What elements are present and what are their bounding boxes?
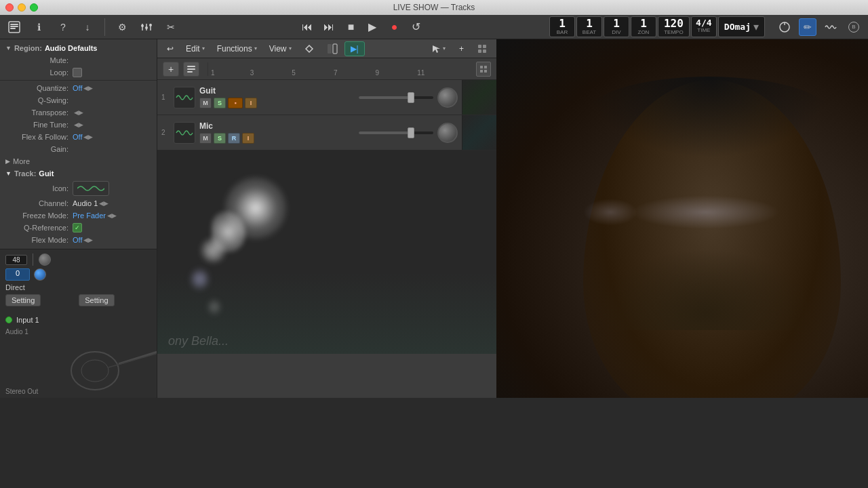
svg-rect-18: [333, 44, 337, 54]
channel-arrow-icon: ◀▶: [99, 200, 108, 207]
track-2-fader-thumb[interactable]: [408, 127, 414, 138]
pencil-icon[interactable]: ✏: [799, 18, 816, 36]
info-icon[interactable]: ℹ: [30, 18, 47, 36]
setting-button-2[interactable]: Setting: [79, 294, 114, 306]
cursor-tool-btn[interactable]: ▾: [426, 42, 451, 56]
div-display[interactable]: 1 DIV: [604, 16, 629, 37]
grid-settings-btn[interactable]: [476, 62, 491, 77]
ruler-mark-9: 9: [376, 69, 380, 76]
svg-line-14: [119, 344, 157, 364]
settings-icon[interactable]: ⚙: [113, 18, 131, 36]
view-menu[interactable]: View ▾: [264, 42, 297, 56]
link-mode-btn[interactable]: [298, 41, 320, 56]
export-icon[interactable]: ↓: [79, 18, 96, 36]
key-display[interactable]: DOmaj ▾: [718, 16, 765, 37]
flex-follow-row: Flex & Follow: Off ◀▶: [0, 131, 157, 143]
icon-label: Icon:: [11, 184, 68, 192]
track-2-controls: 2 Mic M S R I: [157, 115, 462, 150]
svg-point-12: [71, 352, 119, 390]
time-sig-display[interactable]: 4/4 TIME: [691, 16, 717, 37]
track-2-solo-btn[interactable]: S: [214, 133, 226, 144]
loop-checkbox[interactable]: [73, 68, 82, 77]
track-1-fader-thumb[interactable]: [408, 92, 414, 103]
pan-knob[interactable]: [34, 268, 46, 281]
ruler-mark-3: 3: [250, 69, 254, 76]
close-button[interactable]: [5, 3, 14, 12]
track-2-mute-btn[interactable]: M: [199, 133, 212, 144]
track-1-color-btn[interactable]: ▪: [228, 98, 243, 108]
bar-display[interactable]: 1 BAR: [549, 16, 575, 37]
ruler-mark-1: 1: [211, 69, 215, 76]
minimize-button[interactable]: [18, 3, 26, 12]
freeze-arrow-icon: ◀▶: [107, 212, 117, 219]
track-1-solo-btn[interactable]: S: [214, 98, 226, 108]
track-2-wave-icon[interactable]: [174, 122, 195, 144]
left-panel: ▼ Region: Audio Defaults Mute: Loop: Qua…: [0, 39, 157, 398]
track-1-knob[interactable]: [437, 87, 458, 108]
more-row[interactable]: ▶ More: [0, 155, 157, 167]
stop-button[interactable]: ■: [341, 18, 360, 37]
transpose-row: Transpose: ◀▶: [0, 106, 157, 119]
flexmode-value[interactable]: Off: [73, 236, 82, 244]
gain-label: Gain:: [11, 145, 68, 153]
svg-rect-25: [187, 71, 193, 73]
cycle-button[interactable]: ↺: [406, 18, 425, 37]
snap-btn[interactable]: [321, 41, 343, 56]
project-icon[interactable]: [5, 18, 23, 36]
flexmode-arrow-icon: ◀▶: [83, 237, 93, 243]
user-icon[interactable]: B: [845, 18, 863, 36]
track-1-wave-icon[interactable]: [174, 87, 195, 108]
qref-checkbox[interactable]: ✓: [73, 223, 82, 232]
quantize-value[interactable]: Off: [73, 84, 82, 92]
view-label: View: [269, 44, 287, 54]
track-options-button[interactable]: [183, 62, 199, 77]
channel-value[interactable]: Audio 1: [73, 199, 98, 207]
functions-menu[interactable]: Functions ▾: [212, 42, 262, 56]
region-section-header[interactable]: ▼ Region: Audio Defaults: [0, 42, 157, 54]
grid-btn[interactable]: [472, 42, 492, 56]
quantize-arrow-icon: ◀▶: [83, 85, 93, 92]
click-icon[interactable]: [776, 18, 793, 36]
track-1-buttons: M S ▪ I: [199, 98, 355, 108]
waveform-icon[interactable]: [822, 18, 840, 36]
zon-display[interactable]: 1 ZON: [631, 16, 656, 37]
track-1-input-btn[interactable]: I: [245, 98, 257, 108]
channel-knob[interactable]: [39, 253, 51, 266]
menu-right: ▾ +: [426, 42, 492, 56]
track-icon-display[interactable]: [73, 181, 109, 196]
fader-value[interactable]: 0: [5, 268, 30, 281]
freeze-value[interactable]: Pre Fader: [73, 211, 106, 220]
help-icon[interactable]: ?: [54, 18, 72, 36]
svg-point-13: [81, 360, 108, 382]
track-1-mute-btn[interactable]: M: [199, 98, 212, 108]
scissors-icon[interactable]: ✂: [162, 18, 180, 36]
edit-menu[interactable]: Edit ▾: [180, 42, 210, 56]
position-display: 1 BAR 1 BEAT 1 DIV 1 ZON 120 TEMPO 4/4 T…: [549, 16, 765, 37]
add-track-button[interactable]: +: [163, 62, 179, 77]
track-row-2: 2 Mic M S R I: [157, 115, 496, 150]
track-section-header[interactable]: ▼ Track: Guit: [0, 167, 157, 180]
mixer-icon[interactable]: [138, 18, 155, 36]
beat-display[interactable]: 1 BEAT: [576, 16, 602, 37]
rewind-button[interactable]: ⏮: [298, 18, 317, 37]
back-button[interactable]: ↩: [161, 42, 179, 56]
svg-rect-1: [10, 24, 18, 25]
track-2-input-btn[interactable]: I: [242, 133, 254, 144]
channel-label: Channel:: [11, 199, 68, 207]
play-button[interactable]: ▶: [363, 18, 382, 37]
catch-btn[interactable]: ▶|: [344, 41, 365, 56]
track-2-record-btn[interactable]: R: [228, 133, 240, 144]
flex-follow-value[interactable]: Off: [73, 133, 82, 141]
setting-button-1[interactable]: Setting: [5, 294, 41, 306]
track-1-number: 1: [161, 94, 170, 101]
track-2-fader-track[interactable]: [359, 131, 433, 134]
app-toolbar: ℹ ? ↓ ⚙ ✂ ⏮ ⏭ ■ ▶ ● ↺ 1 BAR: [0, 15, 868, 39]
menu-bar: ↩ Edit ▾ Functions ▾ View ▾ ▶|: [157, 39, 496, 58]
maximize-button[interactable]: [30, 3, 38, 12]
track-2-knob[interactable]: [437, 123, 458, 143]
add-track-btn[interactable]: +: [454, 42, 469, 56]
fastforward-button[interactable]: ⏭: [319, 18, 338, 37]
track-1-fader-track[interactable]: [359, 96, 433, 99]
tempo-display[interactable]: 120 TEMPO: [658, 16, 690, 37]
record-button[interactable]: ●: [384, 18, 403, 37]
